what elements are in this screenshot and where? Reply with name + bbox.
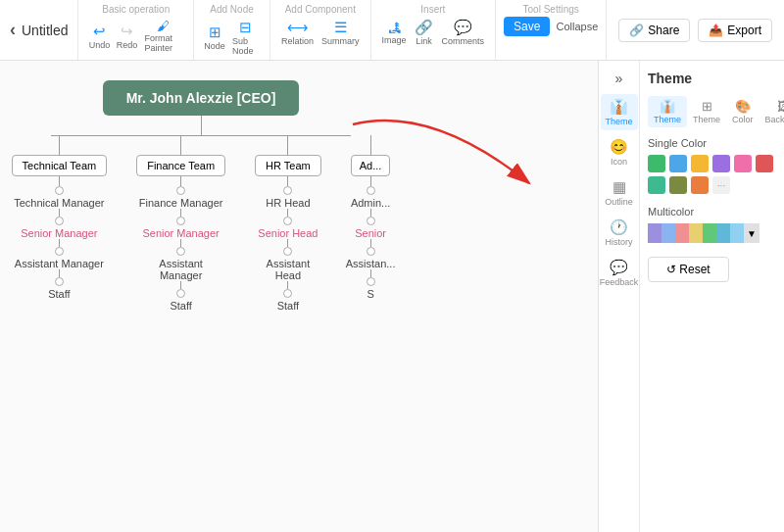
share-label: Share (648, 24, 679, 37)
tab-backdrop[interactable]: 🖼 Backdrop (760, 96, 784, 127)
tab-grid-icon: ⊞ (702, 99, 712, 114)
side-icon-icon[interactable]: 😊 Icon (601, 134, 638, 170)
circle (367, 186, 375, 195)
branch-vline (59, 135, 60, 155)
theme-panel-content: Theme 👔 Theme ⊞ Theme 🎨 Color 🖼 Backdro (640, 61, 784, 532)
comments-icon: 💬 (454, 19, 472, 36)
branch-box-technical[interactable]: Technical Team (12, 155, 108, 176)
child-text: S (367, 288, 373, 300)
summary-icon: ☰ (334, 19, 347, 36)
side-icon-strip: » 👔 Theme 😊 Icon ▦ Outline 🕐 History 💬 F… (599, 61, 640, 532)
root-node[interactable]: Mr. John Alexzie [CEO] (103, 80, 300, 116)
circle (283, 289, 292, 298)
insert-section: Insert 🏞 Image 🔗 Link 💬 Comments (371, 0, 497, 60)
tab-theme-grid[interactable]: ⊞ Theme (687, 96, 726, 127)
sub-node-button[interactable]: ⊟ Sub Node (229, 17, 262, 58)
branch-admin: Ad... Admin... Senior Assistan... S (336, 135, 406, 300)
mc-cell-3[interactable] (675, 223, 689, 243)
color-blue[interactable] (669, 155, 687, 172)
tab-color-icon: 🎨 (735, 99, 751, 114)
child-text: Assistan... (346, 258, 396, 269)
history-icon: 🕐 (610, 218, 628, 236)
tab-color[interactable]: 🎨 Color (726, 96, 760, 127)
panel-tabs: 👔 Theme ⊞ Theme 🎨 Color 🖼 Backdrop (648, 96, 776, 127)
circle (367, 277, 375, 286)
mc-cell-6[interactable] (716, 223, 730, 243)
redo-icon: ↪ (121, 23, 133, 40)
child-text: Assistant Head (255, 258, 321, 281)
color-purple[interactable] (712, 155, 730, 172)
action-buttons: 🔗 Share 📤 Export (607, 0, 784, 60)
side-icon-theme[interactable]: 👔 Theme (601, 94, 638, 130)
color-more[interactable]: ··· (712, 176, 730, 194)
comments-button[interactable]: 💬 Comments (439, 17, 488, 48)
redo-button[interactable]: ↪ Redo (114, 21, 139, 52)
collapse-button[interactable]: Collapse (556, 21, 598, 32)
tab-theme-shirt[interactable]: 👔 Theme (648, 96, 687, 127)
color-green[interactable] (648, 155, 665, 172)
redo-label: Redo (117, 40, 138, 50)
feedback-icon: 💬 (610, 259, 628, 276)
image-button[interactable]: 🏞 Image (379, 19, 410, 47)
mc-cell-5[interactable] (703, 223, 716, 243)
basic-operation-section: Basic operation ↩ Undo ↪ Redo 🖌 Format P… (78, 0, 194, 60)
color-yellow[interactable] (691, 155, 709, 172)
side-icon-history[interactable]: 🕐 History (601, 215, 638, 251)
branch-box-hr[interactable]: HR Team (255, 155, 321, 176)
orgchart: Mr. John Alexzie [CEO] Technical Team Te… (10, 80, 392, 312)
add-component-section: Add Component ⟷ Relation ☰ Summary (270, 0, 371, 60)
multicolor-bar: ▼ (648, 223, 776, 243)
side-icon-feedback[interactable]: 💬 Feedback (601, 255, 638, 291)
relation-button[interactable]: ⟷ Relation (278, 17, 317, 48)
side-label-outline: Outline (605, 197, 633, 207)
save-button[interactable]: Save (504, 17, 550, 36)
child-text: Finance Manager (139, 197, 223, 209)
branches-container: Technical Team Technical Manager Senior … (0, 135, 405, 312)
format-painter-button[interactable]: 🖌 Format Painter (141, 17, 185, 55)
circle (176, 217, 185, 225)
format-painter-icon: 🖌 (157, 19, 170, 33)
canvas[interactable]: Mr. John Alexzie [CEO] Technical Team Te… (0, 61, 598, 532)
circle (367, 217, 375, 225)
color-orange[interactable] (691, 176, 709, 194)
undo-button[interactable]: ↩ Undo (86, 21, 112, 52)
share-icon: 🔗 (629, 24, 644, 37)
mc-cell-7[interactable] (730, 223, 744, 243)
side-icon-outline[interactable]: ▦ Outline (601, 174, 638, 211)
mc-cell-1[interactable] (648, 223, 662, 243)
color-olive[interactable] (669, 176, 687, 194)
relation-label: Relation (281, 36, 314, 46)
outline-icon: ▦ (612, 178, 626, 196)
multicolor-label: Multicolor (648, 206, 776, 218)
mc-cell-4[interactable] (689, 223, 703, 243)
branch-box-admin[interactable]: Ad... (351, 155, 391, 176)
reset-button[interactable]: ↺ Reset (648, 257, 729, 282)
back-button[interactable]: ‹ (10, 20, 16, 40)
branch-finance: Finance Team Finance Manager Senior Mana… (122, 135, 240, 312)
collapse-panel-button[interactable]: » (612, 67, 627, 90)
insert-label: Insert (379, 4, 488, 15)
summary-button[interactable]: ☰ Summary (318, 17, 363, 48)
node-button[interactable]: ⊞ Node (202, 22, 227, 53)
color-pink[interactable] (734, 155, 752, 172)
add-node-label: Add Node (202, 4, 262, 15)
circle (283, 217, 292, 225)
branch-box-finance[interactable]: Finance Team (136, 155, 225, 176)
link-icon: 🔗 (415, 19, 433, 36)
child-text: Admin... (351, 197, 390, 209)
root-vline (201, 116, 202, 135)
share-button[interactable]: 🔗 Share (618, 19, 690, 42)
color-red[interactable] (756, 155, 773, 172)
link-button[interactable]: 🔗 Link (412, 17, 437, 48)
side-label-theme: Theme (605, 117, 632, 126)
add-node-section: Add Node ⊞ Node ⊟ Sub Node (194, 0, 270, 60)
mc-dropdown[interactable]: ▼ (744, 223, 760, 243)
circle (283, 186, 292, 195)
child-text: Assistant Manager (136, 258, 225, 281)
mc-cell-2[interactable] (662, 223, 675, 243)
circle (176, 289, 185, 298)
format-painter-label: Format Painter (144, 33, 182, 53)
color-teal[interactable] (648, 176, 665, 194)
export-button[interactable]: 📤 Export (698, 19, 772, 42)
tool-settings-section: Tool Settings Save Collapse (496, 0, 607, 60)
